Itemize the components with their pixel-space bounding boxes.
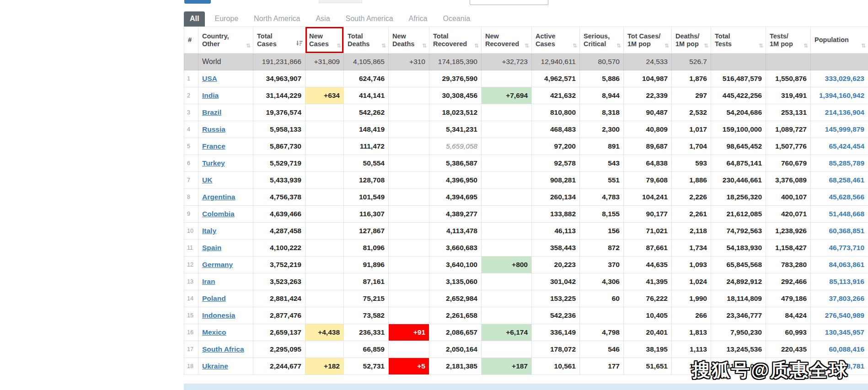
col-header-total_recovered[interactable]: TotalRecovered⇅ xyxy=(429,27,482,53)
col-header-serious_critical[interactable]: Serious,Critical⇅ xyxy=(580,27,624,53)
total-tests-cell: 64,875,141 xyxy=(711,155,766,172)
tab-oceania[interactable]: Oceania xyxy=(437,11,477,27)
col-header-deaths_1m[interactable]: Deaths/1M pop⇅ xyxy=(672,27,711,53)
population-cell[interactable]: 85,113,916 xyxy=(811,273,868,290)
country-link[interactable]: Germany xyxy=(202,261,233,268)
total-cases-cell: 31,144,229 xyxy=(253,87,305,104)
population-cell[interactable]: 46,773,710 xyxy=(811,240,868,256)
serious-critical-cell: 2,300 xyxy=(580,121,624,138)
sort-icon[interactable]: ⇅ xyxy=(861,43,866,48)
gray-button-fragment[interactable] xyxy=(319,0,362,3)
population-cell[interactable]: 60,368,851 xyxy=(811,223,868,240)
country-link[interactable]: Brazil xyxy=(202,108,221,116)
col-header-population[interactable]: Population⇅ xyxy=(811,27,868,53)
country-link[interactable]: USA xyxy=(202,75,217,82)
sort-icon[interactable]: ⇅ xyxy=(664,43,669,48)
population-cell[interactable]: 85,285,789 xyxy=(811,155,868,172)
country-link[interactable]: India xyxy=(202,91,219,99)
col-header-total_tests[interactable]: TotalTests⇅ xyxy=(711,27,766,53)
country-link[interactable]: Russia xyxy=(202,125,225,133)
col-header-new_deaths[interactable]: NewDeaths⇅ xyxy=(389,27,429,53)
sort-icon[interactable]: ⇅ xyxy=(422,43,427,48)
population-cell[interactable]: 51,448,668 xyxy=(811,206,868,223)
population-cell[interactable]: 60,088,416 xyxy=(811,341,868,358)
col-header-cases_1m[interactable]: Tot Cases/1M pop⇅ xyxy=(624,27,672,53)
country-link[interactable]: France xyxy=(202,142,225,150)
col-header-label: Recovered xyxy=(485,40,528,48)
sort-icon[interactable]: ⇅ xyxy=(704,43,708,48)
active-cases-cell: 92,578 xyxy=(532,155,580,172)
cases-1m-cell: 44,635 xyxy=(624,256,672,273)
sort-icon[interactable]: ⇅ xyxy=(759,43,763,48)
population-cell[interactable]: 65,424,454 xyxy=(811,138,868,155)
search-input-fragment[interactable] xyxy=(470,0,548,5)
col-header-total_cases[interactable]: TotalCases xyxy=(253,27,305,53)
deaths-1m-cell: 1,876 xyxy=(672,70,711,87)
sort-icon[interactable]: ⇅ xyxy=(337,43,341,48)
country-link[interactable]: Colombia xyxy=(202,210,235,218)
population-cell[interactable]: 276,540,989 xyxy=(811,307,868,324)
country-link[interactable]: Ukraine xyxy=(202,362,228,370)
sort-icon[interactable]: ⇅ xyxy=(381,43,386,48)
sort-descending-icon[interactable] xyxy=(296,40,303,48)
table-row: 3Brazil19,376,574542,26218,023,512810,80… xyxy=(184,104,868,121)
tab-all[interactable]: All xyxy=(184,11,205,27)
col-header-country[interactable]: Country,Other⇅ xyxy=(198,27,253,53)
sort-icon[interactable]: ⇅ xyxy=(573,43,577,48)
population-cell[interactable]: 45,628,566 xyxy=(811,189,868,206)
total-tests-cell: 13,245,536 xyxy=(711,341,766,358)
tab-north-america[interactable]: North America xyxy=(248,11,306,27)
new-deaths-cell xyxy=(389,121,429,138)
new-recovered-cell xyxy=(482,172,532,189)
country-link[interactable]: Spain xyxy=(202,244,221,251)
table-row: 8Argentina4,756,378101,5494,394,695260,1… xyxy=(184,189,868,206)
country-link[interactable]: Indonesia xyxy=(202,311,235,319)
population-cell[interactable]: 37,803,266 xyxy=(811,290,868,307)
country-link[interactable]: Iran xyxy=(202,278,215,285)
col-header-label: Cases xyxy=(536,40,576,48)
population-cell[interactable]: 214,136,904 xyxy=(811,104,868,121)
population-cell[interactable]: 1,394,160,942 xyxy=(811,87,868,104)
population-cell[interactable]: 84,063,861 xyxy=(811,256,868,273)
tab-south-america[interactable]: South America xyxy=(340,11,399,27)
blue-button-fragment[interactable] xyxy=(184,0,211,4)
population-cell[interactable]: 130,345,957 xyxy=(811,324,868,341)
tab-europe[interactable]: Europe xyxy=(209,11,244,27)
sort-icon[interactable]: ⇅ xyxy=(616,43,621,48)
tab-asia[interactable]: Asia xyxy=(310,11,336,27)
col-header-tests_1m[interactable]: Tests/1M pop⇅ xyxy=(766,27,811,53)
deaths-1m-cell: 297 xyxy=(672,87,711,104)
col-header-new_cases[interactable]: NewCases⇅ xyxy=(305,27,344,53)
country-link[interactable]: Turkey xyxy=(202,159,225,167)
total-deaths-cell: 73,582 xyxy=(344,307,389,324)
tests-1m-cell: 253,131 xyxy=(766,104,811,121)
sort-icon[interactable]: ⇅ xyxy=(804,43,808,48)
col-header-total_deaths[interactable]: TotalDeaths⇅ xyxy=(344,27,389,53)
table-row: 10Italy4,287,458127,8674,113,47846,11315… xyxy=(184,223,868,240)
population-cell[interactable]: 145,999,879 xyxy=(811,121,868,138)
deaths-1m-cell: 1,886 xyxy=(672,172,711,189)
country-link[interactable]: Italy xyxy=(202,227,216,235)
col-header-active_cases[interactable]: ActiveCases⇅ xyxy=(532,27,580,53)
country-link[interactable]: UK xyxy=(202,176,212,184)
rank-cell: 4 xyxy=(184,121,198,138)
sort-icon[interactable]: ⇅ xyxy=(525,43,529,48)
population-cell[interactable]: 68,258,461 xyxy=(811,172,868,189)
population-cell[interactable]: 333,029,623 xyxy=(811,70,868,87)
col-header-new_recovered[interactable]: NewRecovered⇅ xyxy=(482,27,532,53)
col-header-label: Deaths xyxy=(392,40,425,48)
rank-cell: 3 xyxy=(184,104,198,121)
country-link[interactable]: Mexico xyxy=(202,328,226,336)
total-deaths-cell: 87,161 xyxy=(344,273,389,290)
total-recovered-cell: 4,394,695 xyxy=(429,189,482,206)
country-link[interactable]: Argentina xyxy=(202,193,235,201)
country-link[interactable]: Poland xyxy=(202,294,226,302)
sort-icon[interactable]: ⇅ xyxy=(246,43,251,48)
country-link[interactable]: South Africa xyxy=(202,345,244,353)
serious-critical-cell: 546 xyxy=(580,341,624,358)
sort-icon[interactable]: ⇅ xyxy=(474,43,479,48)
total-tests-cell: 74,792,563 xyxy=(711,223,766,240)
tab-africa[interactable]: Africa xyxy=(403,11,434,27)
col-header-label: Total xyxy=(348,32,385,40)
tests-1m-cell: 220,435 xyxy=(766,341,811,358)
